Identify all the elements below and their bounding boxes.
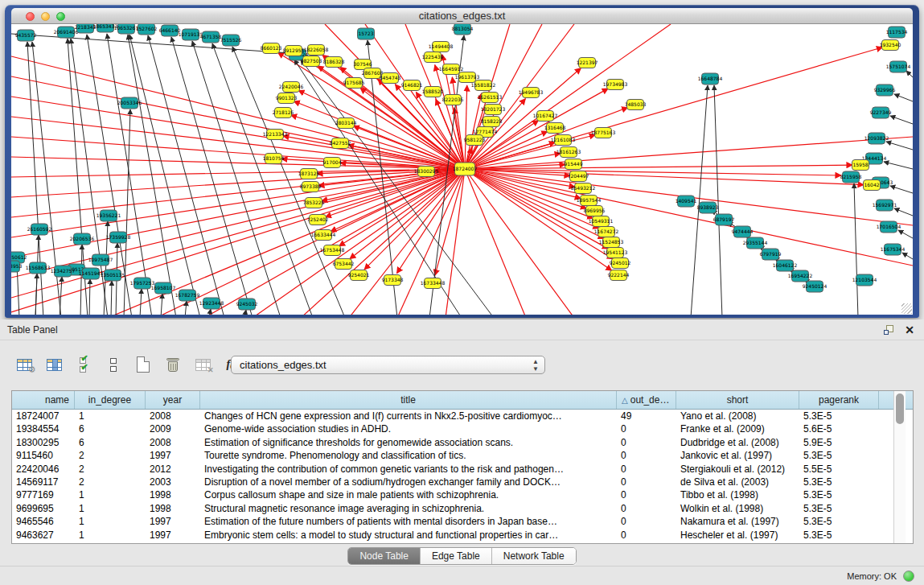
cell-in_degree[interactable]: 1	[75, 410, 146, 422]
network-node-teal[interactable]: 1117534	[886, 27, 908, 38]
cell-out_degree[interactable]: 0	[617, 449, 676, 462]
cell-short[interactable]: Hescheler et al. (1997)	[676, 529, 799, 542]
cell-short[interactable]: Jankovic et al. (1997)	[676, 449, 799, 462]
cell-out_degree[interactable]: 0	[617, 422, 676, 435]
network-node-teal[interactable]: 15723	[358, 28, 375, 39]
cell-pagerank[interactable]: 5.3E-5	[799, 449, 879, 462]
cell-short[interactable]: Wolkin et al. (1998)	[676, 502, 799, 515]
close-panel-icon[interactable]: ✕	[905, 319, 914, 340]
network-node-yellow[interactable]: 8454743	[380, 73, 401, 84]
network-node-yellow[interactable]: 16633444	[311, 230, 336, 241]
network-node-yellow[interactable]: 19734983	[603, 80, 628, 90]
network-node-yellow[interactable]: 917004	[323, 158, 342, 168]
network-node-teal[interactable]: 15751074	[886, 61, 911, 72]
network-node-teal[interactable]: 9329966	[874, 84, 896, 96]
cell-in_degree[interactable]: 2	[75, 463, 146, 476]
network-node-teal[interactable]: 20053346	[117, 97, 142, 109]
network-node-teal[interactable]: 12103544	[852, 274, 877, 286]
network-node-teal[interactable]: 26160592	[27, 224, 52, 235]
create-table-button[interactable]	[132, 353, 154, 376]
network-node-teal[interactable]: 17359928	[106, 232, 131, 243]
table-row[interactable]: 946362711997Embryonic stem cells: a mode…	[12, 529, 913, 542]
tab-edge-table[interactable]: Edge Table	[421, 548, 492, 564]
network-node-yellow[interactable]: 7252402	[307, 215, 329, 225]
network-node-yellow[interactable]: 18161263	[556, 147, 581, 158]
cell-short[interactable]: Yano et al. (2008)	[676, 410, 799, 422]
cell-title[interactable]: Changes of HCN gene expression and I(f) …	[200, 410, 617, 422]
show-columns-button[interactable]	[43, 353, 65, 376]
network-node-yellow[interactable]: 8186328	[323, 57, 345, 68]
network-node-yellow[interactable]: 15958	[852, 160, 869, 171]
cell-title[interactable]: Disruption of a novel member of a sodium…	[200, 476, 617, 488]
network-node-yellow[interactable]: 9245012	[610, 258, 631, 269]
network-node-teal[interactable]: 29355144	[743, 237, 768, 249]
row-height-button[interactable]	[102, 353, 125, 376]
cell-year[interactable]: 2008	[146, 436, 200, 449]
network-node-yellow[interactable]: 85493212	[571, 183, 596, 194]
cell-year[interactable]: 1997	[146, 529, 200, 542]
delete-column-button[interactable]: ✕	[191, 353, 214, 376]
network-node-yellow[interactable]: 11674272	[594, 227, 619, 237]
network-node-teal[interactable]: 9474444	[732, 226, 754, 237]
network-node-yellow[interactable]: 8427552	[330, 138, 351, 149]
cell-out_degree[interactable]: 0	[617, 463, 676, 476]
cell-year[interactable]: 2012	[146, 463, 200, 476]
table-scrollbar[interactable]	[893, 391, 906, 543]
network-node-yellow[interactable]: 9901323	[276, 93, 298, 104]
network-node-teal[interactable]: 11568633	[26, 262, 51, 274]
cell-out_degree[interactable]: 0	[617, 436, 676, 449]
close-window-button[interactable]	[26, 12, 35, 21]
network-node-teal[interactable]: 6466140	[159, 25, 181, 36]
network-node-yellow[interactable]: 18775163	[591, 128, 616, 138]
network-node-teal[interactable]: 6879197	[713, 214, 735, 225]
network-node-yellow[interactable]: 7485033	[625, 100, 647, 110]
table-row[interactable]: 977716911998Corpus callosum shape and si…	[12, 488, 913, 501]
network-node-teal[interactable]: 16046122	[773, 260, 798, 271]
network-node-teal[interactable]: 13505135	[101, 270, 125, 281]
cell-pagerank[interactable]: 5.3E-5	[799, 410, 879, 422]
zoom-window-button[interactable]	[56, 12, 65, 21]
cell-name[interactable]: 22420046	[12, 463, 75, 476]
network-node-yellow[interactable]: 8660123	[261, 43, 282, 54]
cell-pagerank[interactable]: 5.3E-5	[799, 476, 879, 488]
network-node-yellow[interactable]: 12213343	[263, 130, 288, 140]
network-node-teal[interactable]: 1409541	[676, 196, 697, 207]
network-node-teal[interactable]: 12923448	[199, 298, 224, 309]
cell-year[interactable]: 2008	[146, 410, 200, 422]
network-node-yellow[interactable]: 8973389	[300, 182, 322, 192]
network-node-yellow[interactable]: 9581223	[464, 135, 486, 146]
cell-name[interactable]: 9777169	[12, 488, 75, 501]
cell-short[interactable]: Franke et al. (2009)	[676, 422, 799, 435]
network-node-teal[interactable]: 11675344	[881, 244, 906, 255]
network-node-yellow[interactable]: 1221397	[577, 58, 598, 68]
network-node-yellow[interactable]: 16753448	[320, 245, 345, 256]
network-node-teal[interactable]: 4671358	[200, 31, 222, 43]
cell-pagerank[interactable]: 5.6E-5	[799, 422, 879, 435]
network-node-yellow[interactable]: 1316468	[544, 123, 566, 134]
cell-in_degree[interactable]: 1	[75, 502, 146, 515]
cell-in_degree[interactable]: 1	[75, 488, 146, 501]
network-node-yellow[interactable]: 15581822	[471, 80, 496, 91]
network-node-yellow[interactable]: 9222144	[608, 270, 630, 281]
scrollbar-thumb[interactable]	[896, 393, 904, 424]
table-row[interactable]: 1938455462009Genome-wide association stu…	[12, 422, 913, 435]
table-row[interactable]: 969969511998Structural magnetic resonanc…	[12, 502, 913, 515]
network-node-yellow[interactable]: 18957544	[577, 196, 602, 206]
cell-in_degree[interactable]: 1	[75, 529, 146, 542]
tab-network-table[interactable]: Network Table	[492, 548, 576, 564]
resize-grip-icon[interactable]	[901, 303, 912, 314]
cell-title[interactable]: Structural magnetic resonance image aver…	[200, 502, 617, 515]
network-node-yellow[interactable]: 10549311	[589, 216, 614, 227]
cell-year[interactable]: 1997	[146, 515, 200, 528]
cell-out_degree[interactable]: 0	[617, 502, 676, 515]
cell-in_degree[interactable]: 6	[75, 422, 146, 435]
network-node-yellow[interactable]: 1932540	[880, 40, 901, 51]
cell-pagerank[interactable]: 5.9E-5	[799, 436, 879, 449]
network-node-yellow[interactable]: 1225439	[422, 52, 444, 63]
float-panel-icon[interactable]	[884, 325, 895, 336]
network-node-yellow[interactable]: 18226058	[304, 45, 329, 56]
network-window-titlebar[interactable]: citations_edges.txt	[11, 8, 913, 24]
network-node-teal[interactable]: 20206536	[70, 233, 95, 245]
network-node-yellow[interactable]: 12161083	[551, 135, 576, 146]
cell-name[interactable]: 14569117	[12, 476, 75, 488]
